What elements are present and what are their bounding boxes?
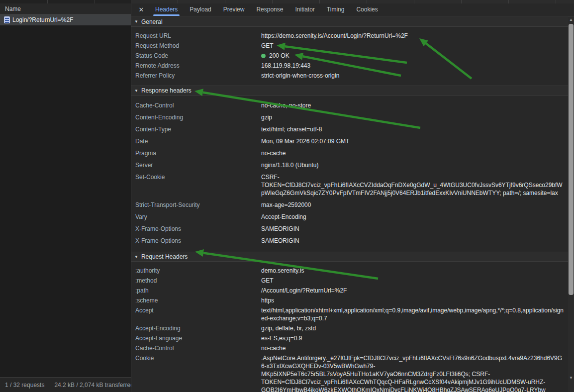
section-title: Request Headers: [141, 253, 188, 260]
header-row: Content-Encodinggzip: [131, 111, 568, 123]
header-value: text/html; charset=utf-8: [261, 125, 568, 133]
header-name: :scheme: [135, 296, 261, 304]
header-row: Set-CookieCSRF-TOKEN=CfDJ8Cl7vciz_vpFhLi…: [131, 171, 568, 199]
header-name: X-Frame-Options: [135, 237, 261, 245]
section-header-response-headers[interactable]: ▼Response headers: [131, 86, 568, 96]
section-body-general: Request URLhttps://demo.serenity.is/Acco…: [131, 27, 568, 86]
header-row: Content-Typetext/html; charset=utf-8: [131, 123, 568, 135]
tab-headers[interactable]: Headers: [149, 3, 184, 16]
tab-strip: HeadersPayloadPreviewResponseInitiatorTi…: [149, 3, 384, 16]
header-value: 168.119.98.19:443: [261, 62, 568, 70]
header-value: nginx/1.18.0 (Ubuntu): [261, 161, 568, 169]
header-value: Mon, 09 Mar 2026 02:07:09 GMT: [261, 137, 568, 145]
header-row: Cache-Controlno-cache: [131, 343, 568, 353]
header-row: :schemehttps: [131, 295, 568, 305]
header-name: Server: [135, 161, 261, 169]
section-header-general[interactable]: ▼General: [131, 17, 568, 27]
header-name: Cache-Control: [135, 344, 261, 352]
header-value: https: [261, 296, 568, 304]
scroll-down-icon[interactable]: ▼: [568, 376, 574, 381]
header-name: Content-Type: [135, 125, 261, 133]
header-row: Servernginx/1.18.0 (Ubuntu): [131, 159, 568, 171]
detail-tab-bar: ✕ HeadersPayloadPreviewResponseInitiator…: [131, 3, 574, 16]
header-row: Request URLhttps://demo.serenity.is/Acco…: [131, 31, 568, 41]
header-row: DateMon, 09 Mar 2026 02:07:09 GMT: [131, 135, 568, 147]
header-row: Referrer Policystrict-origin-when-cross-…: [131, 71, 568, 81]
tab-payload[interactable]: Payload: [184, 3, 217, 16]
scroll-up-icon[interactable]: ▲: [568, 17, 574, 22]
header-value: no-cache, no-store: [261, 101, 568, 109]
header-name: Request URL: [135, 32, 261, 40]
header-value: max-age=2592000: [261, 201, 568, 209]
section-title: Response headers: [141, 87, 191, 94]
header-name: Pragma: [135, 149, 261, 157]
triangle-down-icon: ▼: [134, 19, 138, 24]
triangle-down-icon: ▼: [134, 89, 138, 93]
requests-count: 1 / 32 requests: [0, 382, 49, 389]
header-name: X-Frame-Options: [135, 225, 261, 233]
section-general: ▼GeneralRequest URLhttps://demo.serenity…: [131, 17, 568, 86]
header-value: 200 OK: [261, 52, 568, 60]
header-row: Remote Address168.119.98.19:443: [131, 61, 568, 71]
header-value: GET: [261, 42, 568, 50]
header-name: Accept-Language: [135, 334, 261, 342]
header-name: Remote Address: [135, 62, 261, 70]
header-name: :method: [135, 277, 261, 285]
header-row: Accept-Languagees-ES,es;q=0.9: [131, 333, 568, 343]
header-row: :methodGET: [131, 276, 568, 286]
section-request-headers: ▼Request Headers:authoritydemo.serenity.…: [131, 252, 568, 392]
table-header-sliver-left: [0, 0, 131, 3]
header-value: demo.serenity.is: [261, 267, 568, 275]
tab-preview[interactable]: Preview: [217, 3, 251, 16]
header-row: Strict-Transport-Securitymax-age=2592000: [131, 199, 568, 211]
vertical-scrollbar[interactable]: ▲ ▼: [568, 16, 574, 392]
header-value: Accept-Encoding: [261, 213, 568, 221]
close-icon[interactable]: ✕: [135, 5, 147, 15]
header-row: Accept-Encodinggzip, deflate, br, zstd: [131, 323, 568, 333]
status-ok-dot-icon: [261, 54, 266, 58]
header-name: Accept-Encoding: [135, 324, 261, 332]
header-name: Date: [135, 137, 261, 145]
tab-initiator[interactable]: Initiator: [289, 3, 320, 16]
header-name: :authority: [135, 267, 261, 275]
header-row: :path/Account/Login/?ReturnUrl=%2F: [131, 286, 568, 295]
header-name: Request Method: [135, 42, 261, 50]
triangle-down-icon: ▼: [134, 255, 138, 259]
header-value: /Account/Login/?ReturnUrl=%2F: [261, 287, 568, 294]
header-row: Accepttext/html,application/xhtml+xml,ap…: [131, 305, 568, 323]
name-column-header[interactable]: Name: [0, 3, 131, 14]
header-value: strict-origin-when-cross-origin: [261, 72, 568, 80]
header-row: VaryAccept-Encoding: [131, 211, 568, 223]
tab-response[interactable]: Response: [250, 3, 289, 16]
tab-timing[interactable]: Timing: [321, 3, 351, 16]
header-value: es-ES,es;q=0.9: [261, 334, 568, 342]
request-label: Login/?ReturnUrl=%2F: [12, 16, 73, 23]
scrollbar-thumb[interactable]: [569, 24, 574, 295]
request-row-selected[interactable]: Login/?ReturnUrl=%2F: [0, 14, 131, 25]
header-value: gzip: [261, 113, 568, 121]
section-header-request-headers[interactable]: ▼Request Headers: [131, 252, 568, 262]
header-name: Strict-Transport-Security: [135, 201, 261, 209]
header-name: Referrer Policy: [135, 72, 261, 80]
header-name: Cache-Control: [135, 101, 261, 109]
section-title: General: [141, 18, 163, 25]
section-body-response-headers: Cache-Controlno-cache, no-storeContent-E…: [131, 96, 568, 252]
header-value: .AspNetCore.Antiforgery._e27I0JtFpk=CfDJ…: [261, 354, 568, 392]
header-row: :authoritydemo.serenity.is: [131, 266, 568, 276]
header-row: X-Frame-OptionsSAMEORIGIN: [131, 235, 568, 247]
header-name: Status Code: [135, 52, 261, 60]
requests-sidebar: Name Login/?ReturnUrl=%2F 1 / 32 request…: [0, 3, 131, 392]
header-row: Cache-Controlno-cache, no-store: [131, 99, 568, 111]
tab-cookies[interactable]: Cookies: [350, 3, 383, 16]
header-value: GET: [261, 277, 568, 285]
request-list: Login/?ReturnUrl=%2F: [0, 14, 131, 377]
header-name: Cookie: [135, 354, 261, 392]
header-name: Vary: [135, 213, 261, 221]
header-row: Request MethodGET: [131, 41, 568, 51]
header-value: gzip, deflate, br, zstd: [261, 324, 568, 332]
header-row: Pragmano-cache: [131, 147, 568, 159]
transferred-size: 24.2 kB / 2,074 kB transferred: [49, 382, 138, 389]
header-name: Content-Encoding: [135, 113, 261, 121]
document-icon: [4, 16, 10, 23]
detail-body: ▼GeneralRequest URLhttps://demo.serenity…: [131, 17, 568, 392]
